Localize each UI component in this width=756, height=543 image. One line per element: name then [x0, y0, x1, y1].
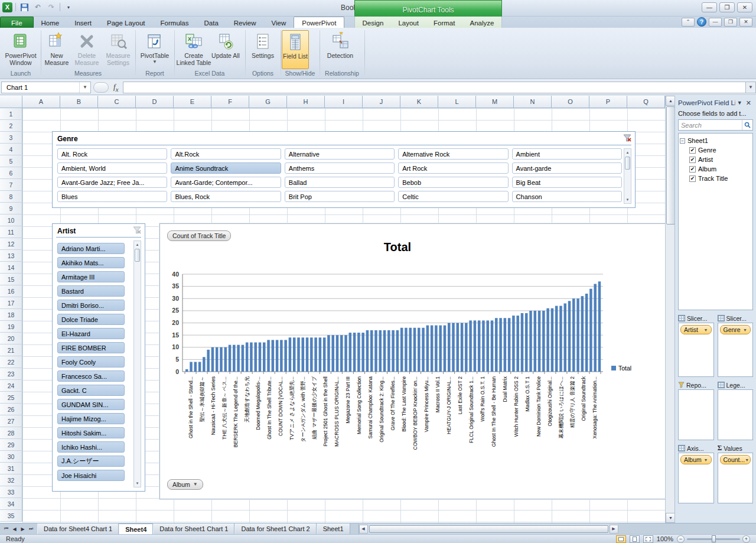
slicer-item[interactable]: Hitoshi Sakim... [57, 427, 125, 438]
settings-button[interactable]: Settings [245, 30, 281, 69]
row-header-14[interactable]: 14 [0, 262, 22, 274]
scroll-down-icon[interactable]: ▼ [134, 480, 141, 487]
row-header-5[interactable]: 5 [0, 155, 22, 167]
slicer-item[interactable]: Francesco Sa... [57, 370, 125, 382]
tab-format[interactable]: Format [430, 17, 458, 28]
column-header-D[interactable]: D [136, 96, 174, 108]
row-header-35[interactable]: 35 [0, 510, 22, 522]
slicer-item[interactable]: Anthems [285, 162, 395, 174]
slicer-item[interactable]: Chanson [512, 191, 622, 202]
panel-menu-caret-icon[interactable]: ▼ [735, 100, 744, 106]
slicer-item[interactable]: Blues, Rock [171, 191, 281, 202]
slicer-item[interactable]: Armitage III [57, 271, 125, 282]
slicer-item[interactable]: Hajime Mizog... [57, 413, 125, 424]
genre-slicer-scrollbar[interactable]: ▲ ▼ [624, 148, 631, 204]
close-button[interactable]: ✕ [737, 2, 752, 12]
slicer-item[interactable]: Anime Soundtrack [171, 162, 281, 174]
field-row-album[interactable]: ✔Album [689, 164, 751, 174]
new-measure-button[interactable]: New Measure [42, 30, 71, 69]
slicer-item[interactable]: Dolce Triade [57, 314, 125, 325]
row-header-17[interactable]: 17 [0, 297, 22, 309]
select-all-corner[interactable] [0, 96, 22, 108]
slicer-item[interactable]: GUNDAM SIN... [57, 399, 125, 410]
field-row-genre[interactable]: ✔Genre [689, 145, 751, 155]
name-box[interactable]: Chart 1 ▼ [1, 82, 91, 93]
next-sheet-icon[interactable]: ▶ [19, 526, 27, 532]
last-sheet-icon[interactable]: ⏭ [27, 526, 35, 532]
row-header-7[interactable]: 7 [0, 179, 22, 191]
row-header-25[interactable]: 25 [0, 392, 22, 404]
sheet-tab-sheet1[interactable]: Sheet1 [317, 524, 350, 534]
row-header-3[interactable]: 3 [0, 132, 22, 144]
column-header-G[interactable]: G [249, 96, 287, 108]
zone-pill-count[interactable]: Count...▼ [720, 455, 751, 464]
normal-view-button[interactable] [616, 535, 626, 543]
sheet-tab-data-for-sheet1-chart-2[interactable]: Data for Sheet1 Chart 2 [234, 524, 316, 534]
slicer-item[interactable]: Alternative Rock [398, 148, 508, 160]
row-header-22[interactable]: 22 [0, 356, 22, 368]
scroll-up-icon[interactable]: ▲ [134, 241, 141, 248]
row-header-21[interactable]: 21 [0, 344, 22, 356]
row-header-23[interactable]: 23 [0, 368, 22, 380]
field-row-track-title[interactable]: ✔Track Title [689, 174, 751, 183]
row-header-2[interactable]: 2 [0, 120, 22, 132]
tab-file[interactable]: File [0, 17, 34, 28]
scroll-thumb[interactable] [625, 157, 630, 170]
column-header-N[interactable]: N [514, 96, 552, 108]
row-header-29[interactable]: 29 [0, 439, 22, 451]
column-header-L[interactable]: L [438, 96, 476, 108]
panel-close-icon[interactable]: ✕ [744, 99, 753, 107]
column-header-Q[interactable]: Q [627, 96, 665, 108]
slicer-item[interactable]: Alt.Rock [171, 148, 281, 160]
axis-fields-zone[interactable]: Album▼ [678, 453, 714, 503]
scroll-thumb[interactable] [666, 106, 675, 225]
checkbox-checked[interactable]: ✔ [689, 175, 696, 182]
row-header-4[interactable]: 4 [0, 144, 22, 155]
workbook-minimize-button[interactable]: — [709, 18, 722, 27]
field-list-button[interactable]: Field List [282, 30, 309, 69]
row-header-27[interactable]: 27 [0, 415, 22, 427]
artist-slicer-scrollbar[interactable]: ▲ ▼ [133, 240, 141, 487]
zoom-level[interactable]: 100% [657, 535, 673, 542]
sheet-tab-data-for-sheet4-chart-1[interactable]: Data for Sheet4 Chart 1 [37, 524, 119, 534]
legend-fields-zone[interactable] [718, 389, 754, 440]
row-header-8[interactable]: 8 [0, 191, 22, 203]
scroll-right-icon[interactable]: ▶ [610, 525, 618, 534]
slicer-item[interactable]: FIRE BOMBER [57, 342, 125, 353]
row-header-31[interactable]: 31 [0, 463, 22, 474]
slicer-item[interactable]: Celtic [398, 191, 508, 202]
slicer-item[interactable]: Gackt. C [57, 385, 125, 396]
column-header-F[interactable]: F [211, 96, 249, 108]
column-header-I[interactable]: I [325, 96, 363, 108]
row-header-18[interactable]: 18 [0, 309, 22, 321]
table-node[interactable]: − Sheet1 [680, 136, 751, 145]
slicer-item[interactable]: J.A.シーザー [57, 456, 125, 467]
name-box-caret-icon[interactable]: ▼ [79, 82, 90, 93]
minimize-button[interactable]: — [702, 2, 717, 12]
column-header-M[interactable]: M [476, 96, 514, 108]
scroll-up-icon[interactable]: ▲ [624, 149, 631, 156]
page-layout-view-button[interactable] [630, 535, 640, 543]
report-filter-zone[interactable] [678, 389, 714, 440]
slicer-item[interactable]: Adriano Marti... [57, 243, 125, 254]
axis-field-button[interactable]: Album ▼ [167, 479, 203, 490]
scroll-thumb[interactable] [369, 525, 608, 533]
slicer-item[interactable]: Avant-Garde; Contempor... [171, 177, 281, 188]
insert-function-icon[interactable]: fx [113, 82, 118, 93]
row-header-20[interactable]: 20 [0, 333, 22, 344]
slicer-item[interactable]: Bebob [398, 177, 508, 188]
slicer-item[interactable]: Ichiko Hashi... [57, 441, 125, 453]
slicer-item[interactable]: Joe Hisaichi [57, 470, 125, 481]
slicer-item[interactable]: Ambient [512, 148, 622, 160]
column-header-K[interactable]: K [400, 96, 438, 108]
row-header-34[interactable]: 34 [0, 498, 22, 510]
genre-slicer[interactable]: Genre Alt. RockAlt.RockAlternativeAltern… [52, 131, 636, 208]
zone-pill-genre[interactable]: Genre▼ [720, 325, 751, 334]
slicer-item[interactable]: Art Rock [398, 162, 508, 174]
row-header-26[interactable]: 26 [0, 404, 22, 415]
row-header-1[interactable]: 1 [0, 108, 22, 120]
slicer-item[interactable]: Ambient, World [57, 162, 167, 174]
column-header-C[interactable]: C [98, 96, 136, 108]
restore-button[interactable]: ❐ [719, 2, 735, 12]
search-icon[interactable] [742, 120, 752, 130]
